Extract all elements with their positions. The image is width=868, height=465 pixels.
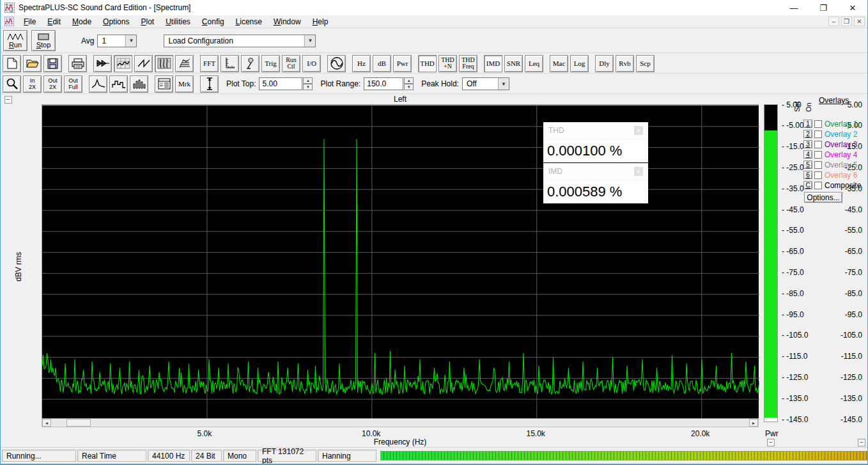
restore-button[interactable]: ❐	[809, 0, 838, 15]
menu-license[interactable]: License	[230, 16, 268, 28]
scroll-left-arrow[interactable]: ◄	[42, 419, 51, 427]
spectrogram-view-button[interactable]	[155, 55, 173, 72]
overlay-checkbox-2[interactable]	[814, 130, 822, 138]
trigger-button[interactable]: Trig	[261, 55, 280, 72]
overlay-set-button-4[interactable]: 4	[803, 150, 812, 159]
thd-button[interactable]: THD	[418, 55, 437, 72]
menu-edit[interactable]: Edit	[42, 16, 66, 28]
snr-button[interactable]: SNR	[504, 55, 523, 72]
time-series-view-button[interactable]	[134, 55, 153, 72]
line-plot-button[interactable]	[89, 75, 107, 93]
overlay-set-button-6[interactable]: 6	[803, 171, 812, 179]
reverb-button[interactable]: Rvb	[616, 55, 634, 72]
surface-view-button[interactable]	[175, 55, 194, 72]
plot-horizontal-scrollbar[interactable]: ◄ ►	[42, 418, 759, 427]
input-device-button[interactable]	[241, 55, 260, 72]
plot-top-spinner[interactable]: ▲▼	[303, 77, 313, 90]
zoom-button[interactable]	[3, 75, 21, 93]
delay-button[interactable]: Dly	[595, 55, 614, 72]
overlay-set-button-1[interactable]: 1	[803, 120, 812, 128]
thd-freq-button[interactable]: THDFreq	[459, 55, 477, 72]
io-button[interactable]: I/O	[302, 55, 321, 72]
overlay-set-button-3[interactable]: 3	[803, 140, 812, 148]
minimize-button[interactable]: —	[779, 0, 809, 15]
plot-range-input[interactable]: 150.0	[364, 77, 403, 90]
avg-select[interactable]: 1 ▼	[97, 35, 137, 47]
run-control-button[interactable]: RunCtl	[282, 55, 300, 72]
plot-pane-minimize-button[interactable]: −	[4, 96, 12, 104]
menu-plot[interactable]: Plot	[135, 16, 160, 28]
mdi-minimize-button[interactable]: –	[828, 17, 839, 26]
meter-tick: -75.0	[782, 268, 804, 277]
thd-n-button[interactable]: THD+N	[438, 55, 457, 72]
close-icon[interactable]: x	[634, 167, 643, 176]
details-button[interactable]	[155, 75, 173, 93]
print-button[interactable]	[68, 55, 87, 72]
marker-button[interactable]: Mrk	[175, 75, 194, 93]
overlay-options-button[interactable]: Options...	[804, 192, 842, 203]
overlay-label-c: Composite	[825, 181, 861, 190]
overlay-checkbox-6[interactable]	[814, 171, 822, 179]
run-button[interactable]: Run	[3, 30, 27, 51]
meter-pane-minimize-button[interactable]: −	[767, 439, 775, 446]
save-file-button[interactable]	[43, 55, 62, 72]
vertical-scale-button[interactable]	[200, 75, 219, 93]
overlay-checkbox-4[interactable]	[814, 151, 822, 159]
chevron-down-icon[interactable]: ▼	[304, 35, 315, 47]
signal-generator-button[interactable]	[327, 55, 346, 72]
scroll-right-arrow[interactable]: ►	[749, 419, 758, 427]
pwr-button[interactable]: Pwr	[393, 55, 412, 72]
overlay-checkbox-3[interactable]	[814, 141, 822, 148]
menu-utilities[interactable]: Utilities	[160, 16, 196, 28]
zoom-out-full-button[interactable]: OutFull	[64, 75, 82, 93]
mdi-restore-button[interactable]: ❐	[841, 17, 852, 26]
new-file-button[interactable]	[3, 55, 21, 72]
zoom-in-2x-button[interactable]: In2X	[23, 75, 42, 93]
menu-config[interactable]: Config	[196, 16, 230, 28]
overlay-checkbox-1[interactable]	[814, 120, 822, 128]
scope-button[interactable]: Scp	[636, 55, 655, 72]
bar-plot-button[interactable]	[130, 75, 148, 93]
close-icon[interactable]: x	[634, 126, 643, 135]
menu-window[interactable]: Window	[268, 16, 307, 28]
overlay-pane-minimize-button[interactable]: −	[858, 439, 865, 446]
peak-hold-select[interactable]: Off▼	[462, 77, 509, 90]
scaling-button[interactable]	[221, 55, 239, 72]
scroll-thumb[interactable]	[66, 419, 91, 427]
overlay-set-button-2[interactable]: 2	[803, 130, 812, 138]
load-configuration-select[interactable]: Load Configuration ▼	[164, 35, 316, 47]
db-button[interactable]: dB	[373, 55, 391, 72]
zoom-out-2x-button[interactable]: Out2X	[43, 75, 62, 93]
spin-down-icon[interactable]: ▼	[404, 84, 414, 90]
overlay-checkbox-5[interactable]	[814, 161, 822, 169]
spin-down-icon[interactable]: ▼	[303, 84, 313, 90]
leq-button[interactable]: Leq	[525, 55, 543, 72]
overlay-set-button-c[interactable]: C	[803, 181, 812, 189]
plot-range-spinner[interactable]: ▲▼	[404, 77, 414, 90]
fast-forward-button[interactable]	[93, 55, 112, 72]
chevron-down-icon[interactable]: ▼	[498, 78, 509, 90]
hz-button[interactable]: Hz	[352, 55, 371, 72]
macro-button[interactable]: Mac	[550, 55, 568, 72]
spin-up-icon[interactable]: ▲	[303, 77, 313, 84]
spectrum-plot[interactable]	[42, 104, 759, 419]
step-plot-button[interactable]	[109, 75, 128, 93]
spin-up-icon[interactable]: ▲	[404, 77, 414, 84]
imd-button[interactable]: IMD	[484, 55, 502, 72]
fft-settings-button[interactable]: FFT	[200, 55, 219, 72]
menu-mode[interactable]: Mode	[66, 16, 97, 28]
log-button[interactable]: Log	[570, 55, 589, 72]
menu-help[interactable]: Help	[307, 16, 334, 28]
chevron-down-icon[interactable]: ▼	[125, 35, 136, 47]
close-button[interactable]: ✕	[838, 0, 867, 15]
mdi-close-button[interactable]: ✕	[854, 17, 865, 26]
overlay-set-button-5[interactable]: 5	[803, 161, 812, 169]
spectrum-view-button[interactable]	[114, 55, 132, 72]
open-file-button[interactable]	[23, 55, 42, 72]
menu-file[interactable]: File	[18, 16, 42, 28]
overlay-checkbox-c[interactable]	[814, 182, 822, 189]
plot-top-input[interactable]: 5.00	[259, 77, 302, 90]
menu-options[interactable]: Options	[97, 16, 135, 28]
y-axis-label: dBV rms	[14, 248, 23, 286]
stop-button[interactable]: Stop	[31, 30, 56, 51]
